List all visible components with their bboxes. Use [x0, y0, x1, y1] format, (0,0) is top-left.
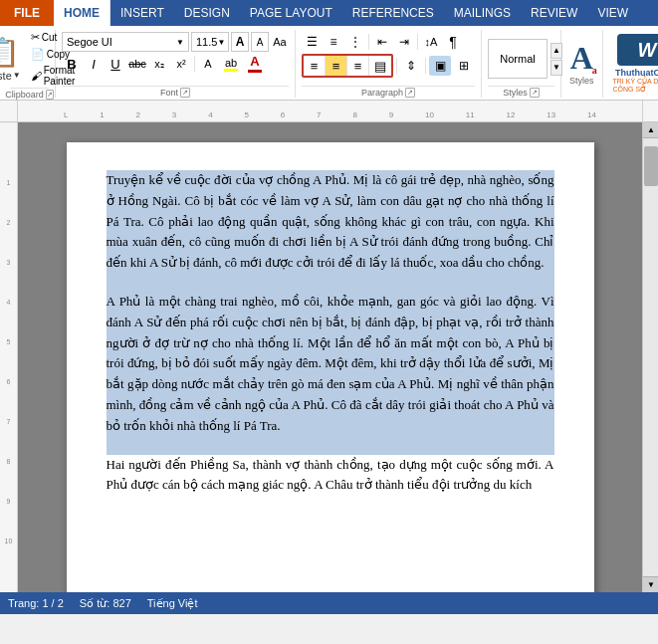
sort-button[interactable]: ↕A — [421, 32, 441, 52]
subscript-button[interactable]: x₂ — [149, 54, 169, 74]
language: Tiếng Việt — [147, 597, 198, 610]
ruler-mark: 14 — [587, 110, 596, 119]
align-center-button[interactable]: ≡ — [326, 56, 347, 76]
right-scrollbar[interactable]: ▲ ▼ — [642, 122, 658, 592]
logo-area: W i ThuthuatOffice TRI KÝ CỦA DÂN CÔNG S… — [603, 30, 658, 98]
document-canvas: Truyện kể về cuộc đời của vợ chồng A Phủ… — [18, 122, 642, 592]
menu-mailings[interactable]: MAILINGS — [444, 0, 521, 26]
paste-button[interactable]: 📋 — [0, 37, 24, 69]
menu-page-layout[interactable]: PAGE LAYOUT — [240, 0, 342, 26]
alignment-group: ≡ ≡ ≡ ▤ — [302, 54, 393, 78]
multilevel-list-button[interactable]: ⋮ — [345, 32, 365, 52]
clear-format-btn[interactable]: Aa — [271, 32, 289, 52]
file-menu-btn[interactable]: FILE — [0, 0, 54, 26]
styles-group-label: Styles ↗ — [488, 86, 554, 98]
numbering-button[interactable]: ≡ — [324, 32, 343, 52]
decrease-font-btn[interactable]: A — [251, 32, 269, 52]
show-formatting-button[interactable]: ¶ — [443, 32, 463, 52]
menu-design[interactable]: DESIGN — [174, 0, 240, 26]
decrease-indent-button[interactable]: ⇤ — [372, 32, 392, 52]
scissors-icon: ✂ — [31, 31, 40, 44]
bold-button[interactable]: B — [62, 54, 82, 74]
styles-expand-btn[interactable]: ↗ — [530, 88, 540, 98]
clipboard-group: 📋 Paste▼ ✂ Cut 📄 Copy — [4, 30, 56, 98]
bullets-button[interactable]: ☰ — [302, 32, 322, 52]
scroll-up-btn[interactable]: ▲ — [643, 122, 658, 138]
page-info: Trang: 1 / 2 — [8, 597, 64, 609]
text-highlight-button[interactable]: ab — [220, 54, 242, 74]
scroll-thumb[interactable] — [644, 146, 658, 186]
left-ruler: 1 2 3 4 5 6 7 8 9 10 — [0, 122, 18, 592]
ruler-mark: 10 — [425, 110, 434, 119]
ruler: L 1 2 3 4 5 6 7 8 9 10 11 12 13 14 — [18, 101, 642, 121]
align-left-button[interactable]: ≡ — [304, 56, 326, 76]
paragraph-expand-btn[interactable]: ↗ — [405, 88, 415, 98]
increase-font-btn[interactable]: A — [231, 32, 249, 52]
word-count: Số từ: 827 — [80, 597, 131, 610]
ruler-mark: 11 — [466, 110, 475, 119]
scroll-down-btn[interactable]: ▼ — [643, 576, 658, 592]
font-expand-btn[interactable]: ↗ — [180, 88, 190, 98]
font-size-selector[interactable]: 11.5 ▼ — [191, 32, 229, 52]
style-a-large: A a — [570, 42, 593, 74]
ruler-mark: L — [64, 110, 68, 119]
ruler-mark: 1 — [100, 110, 104, 119]
align-right-button[interactable]: ≡ — [347, 56, 369, 76]
ruler-mark: 8 — [352, 110, 356, 119]
clipboard-label: Clipboard ↗ — [10, 88, 49, 100]
italic-button[interactable]: I — [84, 54, 104, 74]
menu-view[interactable]: VIEW — [587, 0, 638, 26]
paragraph-5[interactable]: Hai người đến Phiềng Sa, thành vợ thành … — [107, 455, 554, 497]
copy-icon: 📄 — [31, 48, 45, 61]
paragraph-empty-2[interactable] — [107, 437, 554, 455]
line-spacing-button[interactable]: ⇕ — [400, 56, 422, 76]
font-color-button[interactable]: A — [244, 54, 266, 74]
logo-name: ThuthuatOffice — [615, 68, 658, 78]
menu-review[interactable]: REVIEW — [521, 0, 587, 26]
scroll-track[interactable] — [643, 138, 658, 576]
ruler-mark: 9 — [389, 110, 393, 119]
ruler-mark: 4 — [208, 110, 212, 119]
paragraph-group-label: Paragraph ↗ — [302, 86, 475, 98]
menu-home[interactable]: HOME — [54, 0, 110, 26]
font-name-selector[interactable]: Segoe UI ▼ — [62, 32, 189, 52]
paste-label-btn[interactable]: Paste▼ — [0, 70, 21, 82]
underline-button[interactable]: U — [106, 54, 125, 74]
ruler-mark: 7 — [317, 110, 321, 119]
borders-button[interactable]: ⊞ — [453, 56, 475, 76]
paste-icon: 📋 — [0, 39, 20, 67]
ruler-mark: 13 — [547, 110, 555, 119]
ruler-mark: 5 — [244, 110, 248, 119]
menu-insert[interactable]: INSERT — [110, 0, 174, 26]
paragraph-group: ☰ ≡ ⋮ ⇤ ⇥ ↕A ¶ ≡ ≡ ≡ ▤ ⇕ — [296, 30, 482, 98]
normal-style-btn[interactable]: Normal — [488, 39, 548, 79]
ruler-mark: 6 — [281, 110, 285, 119]
ruler-mark: 12 — [507, 110, 516, 119]
text-effects-button[interactable]: A — [198, 54, 218, 74]
clipboard-expand-btn[interactable]: ↗ — [46, 90, 54, 100]
shading-button[interactable]: ▣ — [429, 56, 451, 76]
logo-subtitle: TRI KÝ CỦA DÂN CÔNG SỞ — [613, 78, 658, 94]
font-group: Segoe UI ▼ 11.5 ▼ A A Aa B I U abc x₂ — [56, 30, 296, 98]
menu-references[interactable]: REFERENCES — [342, 0, 444, 26]
paragraph-1[interactable]: Truyện kể về cuộc đời của vợ chồng A Phủ… — [107, 170, 554, 274]
document-page[interactable]: Truyện kể về cuộc đời của vợ chồng A Phủ… — [67, 142, 594, 592]
styles-preview-area: A a Styles — [561, 30, 603, 98]
status-bar: Trang: 1 / 2 Số từ: 827 Tiếng Việt — [0, 592, 658, 614]
format-painter-icon: 🖌 — [31, 70, 42, 82]
strikethrough-button[interactable]: abc — [127, 54, 147, 74]
superscript-button[interactable]: x² — [171, 54, 191, 74]
styles-group: Normal ▲ ▼ Styles ↗ — [482, 30, 561, 98]
justify-button[interactable]: ▤ — [369, 56, 391, 76]
ruler-mark: 3 — [172, 110, 176, 119]
paragraph-empty-1[interactable] — [107, 274, 554, 292]
increase-indent-button[interactable]: ⇥ — [394, 32, 414, 52]
ruler-mark: 2 — [136, 110, 140, 119]
paragraph-3[interactable]: A Phủ là một chàng trai nghèo, mồ côi, k… — [107, 292, 554, 437]
font-group-label: Font ↗ — [62, 86, 289, 98]
